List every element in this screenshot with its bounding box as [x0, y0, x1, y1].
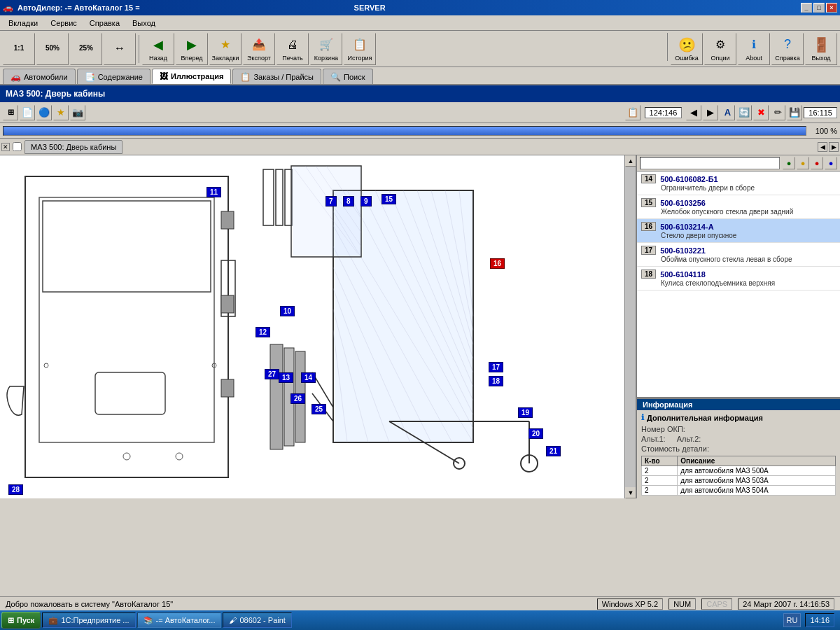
part-row-15[interactable]: 15 500-6103256 Желобок опускного стекла …	[637, 195, 840, 219]
part-label-21[interactable]: 21	[546, 446, 561, 456]
tb2-btn1[interactable]: ⊞	[3, 105, 18, 120]
part-label-8[interactable]: 8	[343, 196, 354, 206]
illus-scrollbar[interactable]: ▲ ▼	[624, 155, 636, 498]
search-yellow-btn[interactable]: ●	[797, 157, 809, 169]
main-tabs: 🚗 Автомобили 📑 Содержание 🖼 Иллюстрация …	[0, 67, 840, 85]
search-blue-btn[interactable]: ●	[825, 157, 837, 169]
search-tab-icon: 🔍	[330, 72, 341, 82]
btn-1to1[interactable]: 1:1	[3, 33, 35, 65]
info-table-row[interactable]: 2для автомобиля МАЗ 500А	[642, 466, 836, 476]
btn-forward[interactable]: ▶ Вперед	[176, 33, 208, 65]
doc-nav-next[interactable]: ▶	[829, 142, 839, 152]
btn-about[interactable]: ℹ About	[738, 33, 770, 65]
info-table-row[interactable]: 2для автомобиля МАЗ 503А	[642, 476, 836, 486]
menu-exit[interactable]: Выход	[127, 18, 161, 29]
tb2-btn-refresh[interactable]: 🔄	[736, 105, 752, 120]
taskbar-item-autocatalog[interactable]: 📚 -= АвтоКаталог...	[137, 612, 222, 628]
right-panel: ● ● ● ● 14 500-6106082-Б1 Ограничитель д…	[637, 155, 840, 498]
page-title-bar: МАЗ 500: Дверь кабины	[0, 85, 840, 102]
tb2-btn3[interactable]: 🔵	[36, 105, 52, 120]
part-row-14[interactable]: 14 500-6106082-Б1 Ограничитель двери в с…	[637, 172, 840, 195]
tab-illustration[interactable]: 🖼 Иллюстрация	[152, 69, 231, 84]
tb2-btn5[interactable]: 📷	[70, 105, 85, 120]
title-bar: 🚗 АвтоДилер: -= АвтоКаталог 15 = SERVER …	[0, 0, 840, 15]
btn-quit[interactable]: 🚪 Выход	[805, 33, 837, 65]
close-btn[interactable]: ×	[826, 3, 837, 13]
svg-point-41	[123, 453, 130, 460]
part-label-9[interactable]: 9	[360, 196, 372, 206]
menu-spravka[interactable]: Справка	[84, 18, 125, 29]
part-label-11[interactable]: 11	[206, 187, 221, 197]
maximize-btn[interactable]: □	[813, 3, 825, 13]
part-label-20[interactable]: 20	[528, 428, 543, 439]
part-label-16[interactable]: 16	[490, 258, 505, 269]
btn-print[interactable]: 🖨 Печать	[276, 33, 309, 65]
illustration-panel: 78910111213141516171819202125262728 ▲ ▼	[0, 155, 637, 498]
taskbar-item-paint[interactable]: 🖌 08602 - Paint	[223, 612, 291, 628]
part-label-25[interactable]: 25	[312, 404, 326, 414]
btn-export[interactable]: 📤 Экспорт	[243, 33, 275, 65]
right-search-input[interactable]	[640, 157, 780, 169]
btn-50pct[interactable]: 50%	[36, 33, 69, 65]
part-row-17[interactable]: 17 500-6103221 Обойма опускного стекла л…	[637, 243, 840, 267]
contents-icon: 📑	[85, 72, 95, 82]
error-icon: 😕	[678, 36, 695, 53]
search-green-btn[interactable]: ●	[783, 157, 795, 169]
tab-orders[interactable]: 📋 Заказы / Прайсы	[232, 69, 321, 84]
part-label-10[interactable]: 10	[280, 306, 295, 316]
btn-error[interactable]: 😕 Ошибка	[671, 33, 703, 65]
part-desc-16: Стекло двери опускное	[641, 232, 836, 239]
info-table-row[interactable]: 2для автомобиля МАЗ 504А	[642, 486, 836, 496]
tab-automobili[interactable]: 🚗 Автомобили	[3, 69, 76, 84]
part-label-18[interactable]: 18	[489, 376, 503, 386]
btn-bookmarks[interactable]: ★ Закладки	[209, 33, 241, 65]
tb2-btn-edit[interactable]: ✏	[770, 105, 785, 120]
tb2-btn-a[interactable]: А	[720, 105, 735, 120]
scroll-down-btn[interactable]: ▼	[625, 487, 636, 498]
svg-rect-6	[221, 295, 234, 313]
server-label: SERVER	[354, 4, 386, 12]
part-label-26[interactable]: 26	[290, 393, 305, 404]
scroll-track[interactable]	[625, 167, 636, 487]
part-label-7[interactable]: 7	[326, 196, 337, 206]
btn-25pct[interactable]: 25%	[70, 33, 102, 65]
btn-help[interactable]: ? Справка	[771, 33, 804, 65]
tb2-btn4[interactable]: ★	[53, 105, 69, 120]
taskbar-item-1c[interactable]: 💼 1С:Предприятие ...	[42, 612, 135, 628]
menu-vkladki[interactable]: Вкладки	[3, 18, 43, 29]
menu-servis[interactable]: Сервис	[45, 18, 83, 29]
tab-search[interactable]: 🔍 Поиск	[323, 69, 372, 84]
tb2-nav2[interactable]: ▶	[703, 105, 718, 120]
start-button[interactable]: ⊞ Пуск	[1, 612, 41, 629]
tb2-btn-save[interactable]: 💾	[787, 105, 802, 120]
tab-contents[interactable]: 📑 Содержание	[77, 69, 150, 84]
tb2-btn-del[interactable]: ✖	[753, 105, 769, 120]
btn-basket[interactable]: 🛒 Корзина	[310, 33, 342, 65]
doc-close-btn[interactable]: ✕	[1, 143, 10, 151]
scroll-up-btn[interactable]: ▲	[625, 155, 636, 167]
doc-tab[interactable]: МАЗ 500: Дверь кабины	[24, 140, 122, 154]
doc-checkbox[interactable]	[13, 142, 22, 151]
btn-options[interactable]: ⚙ Опции	[704, 33, 736, 65]
tb2-nav1[interactable]: ◀	[686, 105, 701, 120]
part-label-12[interactable]: 12	[255, 327, 270, 337]
part-label-27[interactable]: 27	[265, 369, 279, 379]
tb2-copy-btn[interactable]: 📋	[625, 105, 640, 120]
minimize-btn[interactable]: _	[801, 3, 812, 13]
part-label-13[interactable]: 13	[279, 372, 293, 383]
btn-back[interactable]: ◀ Назад	[142, 33, 174, 65]
part-label-19[interactable]: 19	[518, 407, 533, 418]
part-row-16[interactable]: 16 500-6103214-А Стекло двери опускное	[637, 219, 840, 243]
btn-history[interactable]: 📋 История	[344, 33, 376, 65]
part-row-18[interactable]: 18 500-6104118 Кулиса стеклоподъемника в…	[637, 267, 840, 290]
btn-fitwidth[interactable]: ↔	[104, 33, 136, 65]
tb2-btn2[interactable]: 📄	[20, 105, 35, 120]
quit-icon: 🚪	[813, 36, 830, 53]
part-label-14[interactable]: 14	[301, 372, 316, 383]
part-label-28[interactable]: 28	[8, 484, 23, 495]
part-label-17[interactable]: 17	[489, 362, 503, 372]
doc-nav-prev[interactable]: ◀	[818, 142, 827, 152]
part-label-15[interactable]: 15	[382, 194, 396, 204]
search-red-btn[interactable]: ●	[811, 157, 823, 169]
progress-area: 100 %	[0, 123, 840, 139]
